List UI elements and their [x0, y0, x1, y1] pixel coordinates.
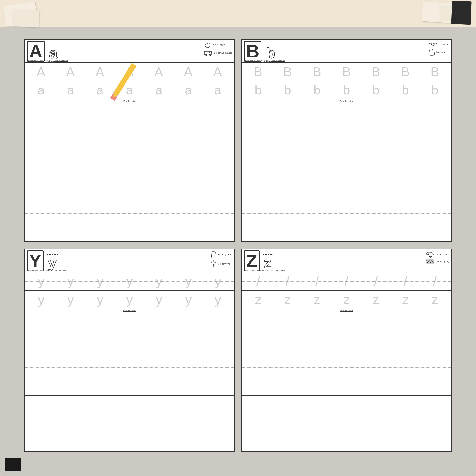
- svg-point-9: [433, 44, 434, 44]
- letter-z-lower: z: [262, 254, 273, 271]
- z-word-zebra: z is for zebra: [425, 251, 449, 257]
- yogurt-text: y is for yoghurt: [218, 254, 232, 256]
- uppercase-y-label: Uppercase-Y: [27, 269, 38, 271]
- uppercase-b-label: Uppercase-B: [244, 59, 255, 62]
- worksheet-b: B b Uppercase-B Lowercase-b Trace the Le…: [241, 39, 452, 242]
- bag-text: b is for bag: [436, 51, 447, 53]
- y-write-section: Write the letters: [25, 309, 234, 451]
- lowercase-y-label: Lowercase-y: [40, 269, 51, 271]
- ambulance-icon: +: [204, 50, 213, 56]
- letter-b-lower: b: [264, 45, 277, 62]
- svg-point-5: [209, 54, 211, 56]
- zebra-icon: [425, 251, 434, 257]
- b-word-bag: b is for bag: [428, 49, 449, 56]
- a-labels: Uppercase-A Lowercase-a Trace the Letter…: [27, 59, 68, 62]
- a-write-line-3: [25, 158, 234, 186]
- trace-z-label: Trace the Letters: [270, 269, 285, 271]
- y-word-list: y is for yoghurt y is for yoyo: [210, 251, 232, 268]
- a-lower-trace-line-top: [25, 90, 234, 90]
- b-upper-trace-row: BBBBBBB: [242, 63, 451, 81]
- worksheet-y-header: Y y Uppercase-Y Lowercase-y Trace the Le…: [25, 249, 234, 272]
- write-b-label: Write the letters: [242, 99, 451, 102]
- apple-text: a is for apple: [213, 44, 225, 46]
- z-write-line-5: [242, 423, 451, 451]
- b-word-bat: b is for bat: [428, 41, 449, 47]
- y-word-yoyo: y is for yoyo: [210, 260, 232, 268]
- svg-rect-3: [209, 51, 211, 53]
- y-word-yogurt: y is for yoghurt: [210, 251, 232, 258]
- letter-a-lower: a: [47, 45, 59, 62]
- b-write-line-4: [242, 186, 451, 214]
- bat-icon: [428, 41, 438, 47]
- write-z-label: Write the letters: [242, 309, 451, 312]
- y-lower-trace-row: yyyyyyy: [25, 290, 234, 309]
- zebra-text: z is for zebra: [436, 253, 448, 255]
- z-write-section: Write the letters: [242, 309, 451, 451]
- eraser-block-tl-2: [12, 9, 40, 28]
- svg-text:+: +: [205, 52, 207, 54]
- y-upper-trace-row: yyyyyyy: [25, 272, 234, 290]
- z-word-zigzag: z is for zigzag: [425, 259, 449, 264]
- a-write-line-5: [25, 214, 234, 241]
- y-write-line-3: [25, 368, 234, 395]
- letter-y-upper: Y: [27, 251, 44, 271]
- b-write-line-3: [242, 158, 451, 186]
- zigzag-icon: [425, 259, 434, 264]
- a-word-apple: a is for apple: [204, 41, 232, 49]
- apple-icon: [204, 41, 211, 49]
- z-write-line-1: [242, 312, 451, 340]
- z-lower-trace-row: zzzzzzz: [242, 290, 451, 309]
- worksheet-a-header: A a Uppercase-A Lowercase-a Trace the Le…: [25, 40, 234, 63]
- b-lower-trace-row: bbbbbbb: [242, 81, 451, 99]
- b-labels: Uppercase-B Lowercase-b Trace the Letter…: [244, 59, 285, 62]
- letter-y-lower: y: [46, 254, 58, 271]
- z-word-list: z is for zebra z is for zigzag: [425, 251, 449, 264]
- worksheet-z-header: Z z Uppercase-Z Lowercase-z Trace the Le…: [242, 249, 451, 272]
- bat-text: b is for bat: [439, 43, 449, 45]
- worksheets-grid: A a Uppercase-A Lowercase-a Trace the Le…: [17, 32, 459, 459]
- z-write-line-4: [242, 395, 451, 424]
- trace-a-label: Trace the Letters: [53, 59, 68, 62]
- letter-a-upper: A: [27, 41, 45, 62]
- y-write-line-2: [25, 340, 234, 368]
- uppercase-z-label: Uppercase-Z: [244, 269, 255, 271]
- b-write-line-5: [242, 214, 451, 241]
- bag-icon: [428, 49, 435, 56]
- black-block-tr: [451, 1, 471, 25]
- worksheet-b-header: B b Uppercase-B Lowercase-b Trace the Le…: [242, 40, 451, 63]
- svg-point-4: [205, 54, 207, 56]
- write-a-label: Write the letters: [25, 99, 234, 102]
- write-y-label: Write the letters: [25, 309, 234, 312]
- svg-point-12: [213, 262, 214, 263]
- yoyo-text: y is for yoyo: [218, 263, 230, 265]
- svg-point-8: [432, 44, 433, 44]
- worksheet-y: Y y Uppercase-Y Lowercase-y Trace the Le…: [24, 249, 235, 452]
- black-block-bl: [5, 458, 21, 471]
- z-labels: Uppercase-Z Lowercase-z Trace the Letter…: [244, 269, 285, 271]
- y-write-line-5: [25, 423, 234, 451]
- y-write-line-4: [25, 395, 234, 424]
- letter-z-upper: Z: [244, 251, 259, 271]
- uppercase-a-label: Uppercase-A: [27, 59, 38, 62]
- a-word-list: a is for apple + a is for ambulance: [204, 41, 232, 56]
- yogurt-icon: [210, 251, 217, 258]
- b-word-list: b is for bat b is for bag: [428, 41, 449, 56]
- a-write-section: Write the letters: [25, 99, 234, 241]
- b-write-line-1: [242, 102, 451, 130]
- letter-b-upper: B: [244, 41, 261, 62]
- ambulance-text: a is for ambulance: [214, 51, 232, 54]
- svg-point-11: [212, 260, 216, 264]
- trace-y-label: Trace the Letters: [53, 269, 68, 271]
- lowercase-z-label: Lowercase-z: [257, 269, 268, 271]
- yoyo-icon: [210, 260, 217, 268]
- z-upper-trace-row: ///////: [242, 272, 451, 290]
- a-word-ambulance: + a is for ambulance: [204, 50, 232, 56]
- b-write-section: Write the letters: [242, 99, 451, 241]
- svg-point-7: [432, 43, 434, 46]
- z-write-line-2: [242, 340, 451, 368]
- zigzag-text: z is for zigzag: [436, 260, 449, 263]
- a-write-line-4: [25, 186, 234, 214]
- y-labels: Uppercase-Y Lowercase-y Trace the Letter…: [27, 269, 68, 271]
- a-write-line-1: [25, 102, 234, 130]
- a-lower-trace-row: aaaaaaa: [25, 81, 234, 99]
